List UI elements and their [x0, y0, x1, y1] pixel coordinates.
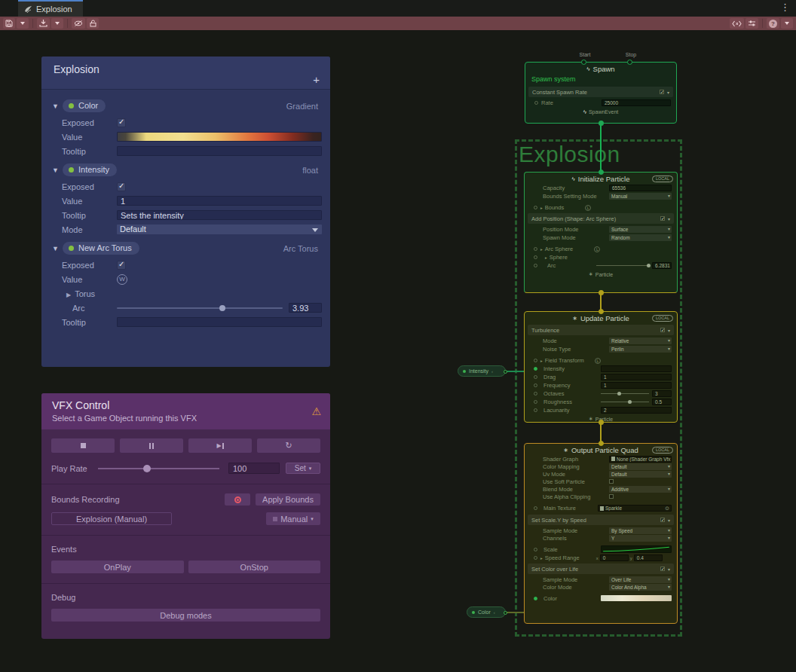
chevron-down-icon[interactable]: ▾ — [668, 328, 670, 333]
arc-port[interactable] — [534, 264, 537, 267]
slider-knob[interactable] — [143, 465, 151, 472]
help-dropdown[interactable] — [781, 18, 793, 29]
rate-port[interactable] — [534, 101, 538, 105]
play-rate-input[interactable]: 100 — [228, 463, 280, 474]
block-enabled-checkbox[interactable] — [660, 216, 665, 221]
roughness-slider[interactable] — [601, 402, 649, 402]
color-mode-dropdown[interactable]: Color And Alpha — [609, 584, 672, 591]
scale-curve-field[interactable] — [601, 545, 672, 553]
frequency-port[interactable] — [534, 383, 537, 387]
chevron-down-icon[interactable]: ▾ — [668, 216, 670, 221]
exposed-checkbox[interactable] — [117, 182, 126, 191]
bounds-port[interactable] — [534, 206, 537, 209]
value-input[interactable]: 1 — [117, 196, 322, 206]
chevron-down-icon[interactable]: ▾ — [668, 518, 670, 523]
sphere-port[interactable] — [534, 255, 537, 259]
slider-knob[interactable] — [219, 305, 225, 311]
step-button[interactable]: ▶ — [188, 438, 252, 453]
speed-range-y-input[interactable]: 0.4 — [634, 554, 663, 561]
block-add-position[interactable]: Add Position (Shape: Arc Sphere) ▾ — [528, 213, 674, 224]
spawn-out-port[interactable] — [599, 121, 604, 126]
play-rate-slider[interactable] — [98, 468, 219, 469]
block-enabled-checkbox[interactable] — [660, 90, 664, 94]
spawn-mode-dropdown[interactable]: Random — [609, 234, 672, 241]
capacity-input[interactable]: 65536 — [609, 185, 672, 191]
tooltip-input[interactable]: Sets the intensity — [117, 210, 322, 220]
arc-slider[interactable] — [596, 265, 649, 266]
intensity-parameter-node[interactable]: Intensity ‹ — [458, 365, 506, 377]
gradient-field[interactable] — [117, 132, 322, 142]
debug-modes-button[interactable]: Debug modes — [51, 609, 320, 622]
tab-explosion[interactable]: Explosion — [18, 0, 83, 17]
chevron-down-icon[interactable]: ▾ — [668, 567, 670, 572]
block-enabled-checkbox[interactable] — [660, 567, 665, 571]
space-toggle[interactable]: L — [585, 205, 591, 211]
lock-icon[interactable] — [87, 18, 99, 29]
main-texture-port[interactable] — [534, 506, 537, 510]
intensity-port-connected[interactable] — [534, 367, 537, 371]
sample-mode-dropdown[interactable]: By Speed — [609, 527, 672, 534]
lacunarity-input[interactable]: 2 — [601, 407, 672, 414]
uv-mode-dropdown[interactable]: Default — [609, 471, 672, 478]
property-intensity-header[interactable]: ▼ Intensity float — [41, 160, 330, 179]
expander-icon[interactable]: ▸ — [540, 556, 543, 561]
shader-graph-object-field[interactable]: None (Shader Graph Vfx Asset) ⊙ — [609, 456, 672, 463]
space-toggle[interactable]: L — [594, 246, 600, 252]
drag-input[interactable]: 1 — [601, 374, 672, 380]
space-toggle[interactable]: L — [595, 358, 601, 364]
output-particle-quad-node[interactable]: ∗ Output Particle Quad LOCAL Shader Grap… — [524, 443, 678, 624]
scale-port[interactable] — [534, 548, 537, 551]
field-transform-port[interactable] — [534, 359, 537, 362]
help-button[interactable]: ? — [767, 18, 779, 29]
spawn-context-node[interactable]: Start Stop ϟ Spawn Spawn system Constant… — [525, 62, 677, 124]
bounds-mode-dropdown[interactable]: Manual — [609, 193, 672, 200]
tooltip-input[interactable] — [117, 317, 322, 327]
arc-value-input[interactable]: 3.93 — [289, 303, 322, 313]
tooltip-input[interactable] — [117, 146, 322, 156]
color-parameter-node[interactable]: Color ‹ — [467, 606, 506, 618]
bounds-target-button[interactable]: Explosion (Manual) — [51, 512, 172, 525]
chevron-down-icon[interactable]: ▼ — [52, 166, 63, 174]
property-arc-torus-header[interactable]: ▼ New Arc Torus Arc Torus — [41, 239, 330, 258]
mode-dropdown[interactable]: Relative — [609, 338, 672, 344]
color-gradient-field[interactable] — [601, 595, 672, 601]
apply-bounds-button[interactable]: Apply Bounds — [256, 493, 320, 506]
block-turbulence[interactable]: Turbulence ▾ — [528, 325, 674, 335]
initialize-particle-node[interactable]: ϟ Initialize Particle LOCAL Capacity 655… — [524, 172, 678, 293]
parameter-out-port[interactable] — [504, 370, 507, 374]
set-button[interactable]: Set▾ — [286, 463, 320, 474]
update-particle-node[interactable]: ∗ Update Particle LOCAL Turbulence ▾ Mod… — [524, 311, 678, 423]
pause-button[interactable] — [120, 438, 183, 453]
object-picker-icon[interactable]: ⊙ — [665, 506, 669, 512]
restart-button[interactable]: ↻ — [257, 438, 320, 453]
save-dropdown[interactable] — [17, 18, 29, 29]
attach-code-button[interactable] — [730, 18, 744, 29]
slider-knob[interactable] — [617, 392, 621, 396]
block-enabled-checkbox[interactable] — [660, 518, 665, 522]
save-button[interactable] — [3, 18, 15, 29]
kebab-menu-icon[interactable]: ⋮ — [780, 2, 790, 13]
alpha-clipping-checkbox[interactable] — [609, 494, 614, 499]
exposed-checkbox[interactable] — [117, 261, 126, 270]
save-as-button[interactable] — [37, 18, 50, 29]
color-port-connected[interactable] — [534, 597, 537, 600]
rate-input[interactable]: 25000 — [602, 99, 671, 106]
arc-sphere-port[interactable] — [534, 247, 537, 251]
collapse-icon[interactable]: ‹ — [491, 369, 493, 374]
speed-range-port[interactable] — [534, 556, 537, 560]
update-out-port[interactable] — [599, 420, 604, 425]
octaves-input[interactable]: 3 — [652, 390, 672, 397]
roughness-port[interactable] — [534, 400, 537, 404]
octaves-port[interactable] — [534, 392, 537, 396]
expander-icon[interactable]: ▸ — [540, 247, 543, 252]
block-set-scale-by-speed[interactable]: Set Scale.Y by Speed ▾ — [528, 515, 674, 525]
channels-dropdown[interactable]: Y — [609, 535, 672, 542]
chevron-down-icon[interactable]: ▼ — [52, 245, 63, 252]
add-property-button[interactable]: + — [313, 73, 320, 86]
stop-button[interactable] — [51, 438, 115, 453]
settings-sliders-button[interactable] — [745, 18, 758, 29]
save-as-dropdown[interactable] — [51, 18, 63, 29]
slider-knob[interactable] — [647, 264, 651, 267]
chevron-down-icon[interactable]: ▼ — [52, 102, 63, 110]
roughness-input[interactable]: 0.5 — [652, 399, 672, 405]
